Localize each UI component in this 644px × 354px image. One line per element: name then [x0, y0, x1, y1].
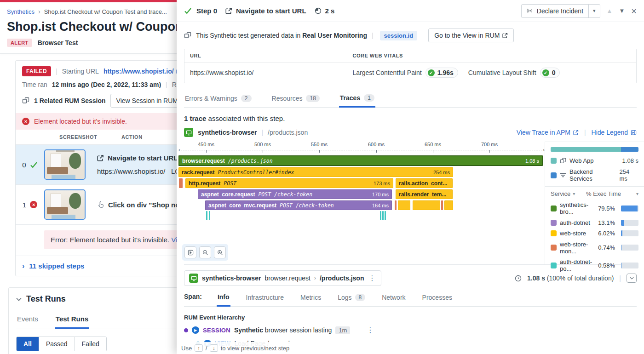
flame-span-sliver[interactable]: [441, 200, 443, 210]
key-down-icon: ↓: [210, 344, 218, 352]
core-web-vitals-table: URL CORE WEB VITALS https://www.shopist.…: [184, 49, 637, 83]
hide-legend-link[interactable]: Hide Legend: [592, 129, 637, 136]
browser-service-icon: [184, 128, 193, 137]
related-rum-session-label: 1 Related RUM Session: [34, 97, 106, 104]
navigate-icon: [225, 7, 232, 14]
panel-right-icon: [631, 130, 637, 136]
legend-service-row[interactable]: web-store-mon... 0.74%: [551, 241, 638, 255]
flame-span-db-query[interactable]: [206, 211, 207, 220]
time-ran-label: Time ran: [22, 81, 47, 88]
rum-hierarchy-title: RUM Event Hierarchy: [184, 314, 637, 321]
go-to-view-in-rum-button[interactable]: Go to the View in RUM: [428, 29, 514, 42]
flame-span-sliver[interactable]: [395, 200, 397, 210]
flame-span-sliver[interactable]: [444, 200, 453, 210]
kebab-menu-icon[interactable]: ⋮: [366, 326, 374, 334]
span-tab-logs[interactable]: Logs 8: [337, 292, 366, 306]
flame-span-aspnet-core-mvc-request[interactable]: aspnet_core_mvc.requestPOST /check-token…: [205, 200, 392, 210]
axis-label: 500 ms: [254, 142, 271, 147]
tab-errors-warnings[interactable]: Errors & Warnings2: [184, 91, 253, 107]
tab-resources[interactable]: Resources18: [271, 91, 321, 107]
selected-span-bar: synthetics-browser browser.request › /pr…: [184, 270, 637, 286]
step-failed-x-icon: ×: [30, 201, 37, 208]
flamegraph[interactable]: ‹› 450 ms 500 ms 550 ms 600 ms 650 ms 70…: [178, 142, 545, 264]
flame-span-rails-render-template[interactable]: rails.render_tem...: [396, 189, 453, 199]
step-action-title: Navigate to start URL: [236, 7, 306, 15]
axis-label: 600 ms: [368, 142, 385, 147]
exec-time-column-header[interactable]: % Exec Time: [586, 190, 621, 197]
legend-service-row[interactable]: web-store 6.02%: [551, 230, 638, 237]
tab-events[interactable]: Events: [16, 311, 39, 329]
declare-incident-button[interactable]: Declare Incident: [522, 5, 588, 17]
backend-services-icon: [560, 172, 566, 178]
span-tabs-label: Span:: [184, 293, 202, 305]
breadcrumb-current: Shop.ist Checkout w/ Coupon Test and tra…: [44, 8, 167, 15]
service-column-header[interactable]: Service: [551, 190, 570, 197]
span-detail-tabs: Span: Info Infrastructure Metrics Logs 8…: [184, 291, 637, 307]
tab-test-runs[interactable]: Test Runs: [55, 311, 89, 329]
filter-passed-button[interactable]: Passed: [39, 337, 75, 351]
session-id-pill[interactable]: session.id: [380, 31, 418, 40]
step-detail-tabs: Errors & Warnings2 Resources18 Traces1: [184, 91, 637, 108]
legend-service-row[interactable]: synthetics-bro... 79.5%: [551, 201, 638, 215]
zoom-in-button[interactable]: [214, 246, 226, 258]
declare-incident-caret[interactable]: ▾: [588, 5, 600, 17]
filter-failed-button[interactable]: Failed: [75, 337, 106, 351]
step-screenshot[interactable]: [44, 149, 86, 180]
url-column-header: URL: [184, 49, 347, 62]
span-tab-infrastructure[interactable]: Infrastructure: [245, 292, 285, 306]
flame-span-db-query[interactable]: [382, 211, 384, 220]
breadcrumb-synthetics-link[interactable]: Synthetics: [7, 8, 34, 15]
play-icon[interactable]: ▶: [192, 326, 199, 334]
minimap-toggle-button[interactable]: [184, 246, 196, 258]
flame-span-sliver[interactable]: [398, 200, 410, 210]
flame-span-db-query[interactable]: [380, 211, 381, 220]
column-header-action: ACTION: [110, 134, 143, 140]
close-panel-icon[interactable]: ×: [631, 6, 637, 16]
span-tab-network[interactable]: Network: [381, 292, 406, 306]
trace-legend: Web App 1.08 s Backend Services 254 ms S…: [545, 142, 644, 264]
timer-icon: [315, 7, 322, 14]
span-tab-info[interactable]: Info: [217, 291, 230, 307]
web-app-legend-row: Web App 1.08 s: [551, 157, 638, 164]
legend-service-row[interactable]: auth-dotnet 13.1%: [551, 219, 638, 226]
flame-span-rails-action-controller[interactable]: rails.action_cont...: [396, 178, 453, 188]
span-breadcrumb-chip[interactable]: synthetics-browser browser.request › /pr…: [184, 270, 381, 286]
flame-span-db-query[interactable]: [209, 211, 210, 220]
session-row[interactable]: ▶ SESSION Synthetic browser session last…: [184, 326, 637, 334]
span-tab-metrics[interactable]: Metrics: [299, 292, 322, 306]
exec-time-bar: [621, 263, 638, 268]
cls-value-pill: ✓ 0: [540, 68, 560, 78]
collapse-panel-button[interactable]: [627, 274, 637, 283]
tab-traces[interactable]: Traces1: [339, 91, 375, 108]
exec-time-bar: [621, 206, 638, 211]
filter-all-button[interactable]: All: [17, 337, 39, 351]
flamegraph-section: ‹› 450 ms 500 ms 550 ms 600 ms 650 ms 70…: [184, 142, 637, 265]
next-step-button[interactable]: ▼: [619, 7, 625, 14]
step-number: Step 0: [196, 7, 217, 15]
rum-icon: [184, 32, 191, 39]
flame-span-aspnet-core-request[interactable]: aspnet_core.requestPOST /check-token170 …: [198, 189, 392, 199]
keyboard-hint-bar: Use ↑ / ↓ to view previous/next step: [177, 342, 294, 354]
view-trace-in-apm-link[interactable]: View Trace in APM: [517, 129, 579, 136]
previous-step-button[interactable]: ▲: [607, 7, 613, 14]
flame-span-db-query[interactable]: [385, 211, 386, 220]
flame-span-rack-request[interactable]: rack.requestProductsController#index254 …: [178, 167, 453, 177]
web-app-swatch: [551, 158, 557, 164]
flame-span-monitor-sliver[interactable]: [179, 178, 183, 188]
service-swatch: [551, 230, 557, 236]
breadcrumb-divider: ›: [38, 8, 40, 15]
flame-span-http-request[interactable]: http.requestPOST173 ms: [185, 178, 393, 188]
lcp-label: Largest Contentful Paint: [353, 69, 422, 76]
flamegraph-zoom-controls: [182, 244, 228, 261]
flame-span-sliver[interactable]: [413, 200, 440, 210]
zoom-out-button[interactable]: [199, 246, 211, 258]
key-up-icon: ↑: [195, 344, 203, 352]
span-tab-processes[interactable]: Processes: [421, 292, 453, 306]
starting-url-link[interactable]: https://www.shopist.io/: [104, 68, 182, 75]
axis-label: 700 ms: [481, 142, 498, 147]
legend-service-row[interactable]: auth-dotnet-po... 0.58%: [551, 258, 638, 272]
flame-span-browser-request[interactable]: browser.request/products.json1.08 s: [178, 155, 543, 166]
kebab-menu-icon[interactable]: ⋮: [368, 274, 376, 282]
step-screenshot[interactable]: [44, 189, 86, 220]
view-session-in-rum-button[interactable]: View Session in RUM: [110, 94, 184, 108]
